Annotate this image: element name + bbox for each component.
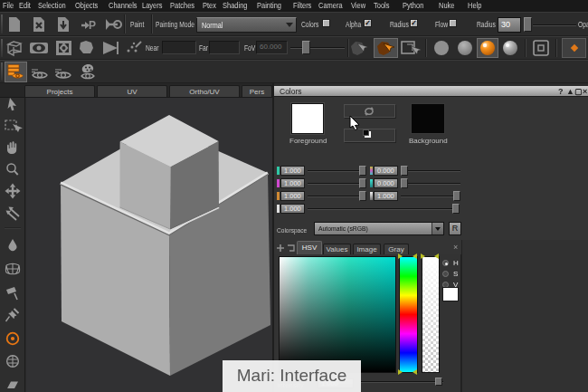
svg-text:P: P: [89, 19, 96, 32]
